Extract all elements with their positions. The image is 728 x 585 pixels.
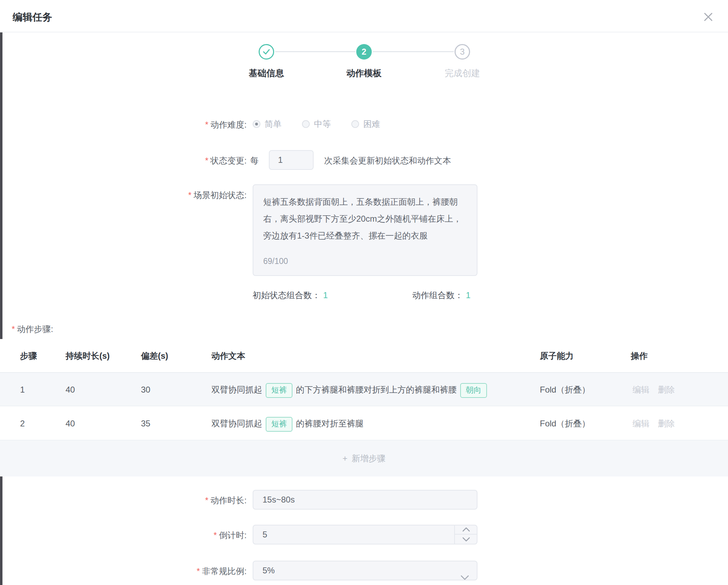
- step-connector-2: [373, 51, 454, 52]
- number-stepper: [454, 525, 477, 544]
- step-1-circle[interactable]: [259, 44, 274, 60]
- radio-label: 简单: [265, 118, 282, 130]
- radio-icon: [302, 120, 310, 128]
- action-duration-input[interactable]: 15s~80s: [253, 490, 477, 510]
- chevron-down-icon: [461, 568, 469, 574]
- header-action-text: 动作文本: [211, 339, 245, 373]
- required-asterisk: *: [205, 495, 208, 505]
- header-duration: 持续时长(s): [66, 339, 110, 373]
- radio-label: 困难: [363, 118, 380, 130]
- cell-step: 1: [20, 373, 25, 406]
- delete-link[interactable]: 删除: [658, 406, 675, 441]
- edit-task-dialog: 编辑任务 2 3 基础信息 动作模板 完成创建 *动作难度:: [0, 0, 728, 585]
- step-3-number: 3: [460, 47, 464, 57]
- cell-action-text: 双臂协同抓起短裤的下方裤腿和裤腰对折到上方的裤腿和裤腰朝向: [211, 373, 491, 406]
- initial-combo-count: 初始状态组合数：1: [253, 290, 328, 301]
- action-duration-label: *动作时长:: [99, 495, 247, 506]
- state-change-prefix: 每: [250, 155, 259, 166]
- required-asterisk: *: [205, 120, 208, 129]
- cell-deviation: 35: [141, 406, 150, 441]
- cell-duration: 40: [66, 406, 75, 441]
- cell-duration: 40: [66, 373, 75, 406]
- radio-option-hard[interactable]: 困难: [351, 118, 380, 130]
- action-combo-value: 1: [466, 290, 470, 300]
- steps-table-header: 步骤 持续时长(s) 偏差(s) 动作文本 原子能力 操作: [0, 339, 728, 373]
- countdown-label: *倒计时:: [99, 530, 247, 541]
- chevron-up-icon: [462, 527, 470, 532]
- scene-state-textarea[interactable]: 短裤五条数据背面朝上，五条数据正面朝上，裤腰朝右，离头部视野下方至少20cm之外…: [253, 184, 477, 276]
- radio-option-easy[interactable]: 简单: [253, 118, 282, 130]
- table-row: 2 40 35 双臂协同抓起短裤的裤腰对折至裤腿 Fold（折叠） 编辑 删除: [0, 406, 728, 441]
- initial-combo-value: 1: [323, 290, 328, 300]
- countdown-input[interactable]: 5: [253, 525, 477, 544]
- header-operations: 操作: [631, 339, 648, 373]
- check-icon: [262, 47, 271, 56]
- scene-state-text: 短裤五条数据背面朝上，五条数据正面朝上，裤腰朝右，离头部视野下方至少20cm之外…: [263, 197, 462, 240]
- combo-counts-row: 初始状态组合数：1 动作组合数：1: [0, 290, 728, 302]
- action-text-segment: 的下方裤腿和裤腰对折到上方的裤腿和裤腰: [296, 385, 457, 394]
- difficulty-label: *动作难度:: [99, 119, 247, 130]
- header-step: 步骤: [20, 339, 37, 373]
- step-3-circle[interactable]: 3: [455, 44, 470, 60]
- char-counter: 69/100: [263, 253, 288, 270]
- cell-ability: Fold（折叠）: [540, 373, 590, 406]
- edit-link[interactable]: 编辑: [633, 406, 649, 441]
- radio-option-medium[interactable]: 中等: [302, 118, 331, 130]
- orientation-tag: 朝向: [460, 383, 487, 398]
- add-step-label: 新增步骤: [352, 453, 385, 464]
- table-row: 1 40 30 双臂协同抓起短裤的下方裤腿和裤腰对折到上方的裤腿和裤腰朝向 Fo…: [0, 373, 728, 406]
- state-change-input[interactable]: 1: [269, 150, 314, 170]
- plus-icon: +: [343, 454, 347, 463]
- action-text-segment: 双臂协同抓起: [211, 385, 262, 394]
- cell-operations: 编辑 删除: [633, 406, 675, 441]
- cell-step: 2: [20, 406, 25, 441]
- unusual-ratio-value: 5%: [263, 566, 275, 575]
- action-combo-count: 动作组合数：1: [412, 290, 470, 301]
- required-asterisk: *: [205, 156, 208, 165]
- radio-selected-icon: [253, 120, 260, 128]
- scene-state-label: *场景初始状态:: [99, 190, 247, 201]
- cell-deviation: 30: [141, 373, 150, 406]
- decrement-button[interactable]: [455, 535, 477, 544]
- action-text-segment: 的裤腰对折至裤腿: [296, 419, 364, 428]
- increment-button[interactable]: [455, 525, 477, 535]
- add-step-button[interactable]: + 新增步骤: [0, 441, 728, 476]
- cell-action-text: 双臂协同抓起短裤的裤腰对折至裤腿: [211, 406, 364, 441]
- header-deviation: 偏差(s): [141, 339, 168, 373]
- object-tag: 短裤: [266, 417, 292, 432]
- action-steps-label: *动作步骤:: [12, 324, 53, 335]
- step-connector-1: [275, 51, 356, 52]
- chevron-down-icon: [462, 537, 470, 542]
- step-2-number: 2: [362, 47, 366, 57]
- unusual-ratio-select[interactable]: 5%: [253, 561, 477, 580]
- unusual-ratio-label: *非常规比例:: [99, 566, 247, 577]
- cell-ability: Fold（折叠）: [540, 406, 590, 441]
- radio-label: 中等: [314, 118, 331, 130]
- step-3-label: 完成创建: [427, 67, 498, 79]
- countdown-value: 5: [263, 530, 267, 539]
- action-text-segment: 双臂协同抓起: [211, 419, 262, 428]
- delete-link[interactable]: 删除: [658, 373, 675, 406]
- step-2-circle[interactable]: 2: [356, 44, 372, 60]
- step-2-label: 动作模板: [329, 67, 399, 79]
- header-ability: 原子能力: [540, 339, 574, 373]
- step-1-label: 基础信息: [231, 67, 302, 79]
- required-asterisk: *: [188, 190, 191, 200]
- add-step-band: + 新增步骤: [0, 441, 728, 476]
- required-asterisk: *: [214, 530, 217, 540]
- object-tag: 短裤: [266, 383, 292, 398]
- required-asterisk: *: [12, 324, 15, 334]
- edit-link[interactable]: 编辑: [633, 373, 649, 406]
- cell-operations: 编辑 删除: [633, 373, 675, 406]
- radio-icon: [351, 120, 359, 128]
- state-change-label: *状态变更:: [99, 155, 247, 166]
- required-asterisk: *: [197, 566, 200, 576]
- difficulty-radio-group: 简单 中等 困难: [253, 118, 380, 130]
- wizard-stepper: 2 3 基础信息 动作模板 完成创建: [0, 0, 728, 81]
- state-change-suffix: 次采集会更新初始状态和动作文本: [324, 155, 451, 166]
